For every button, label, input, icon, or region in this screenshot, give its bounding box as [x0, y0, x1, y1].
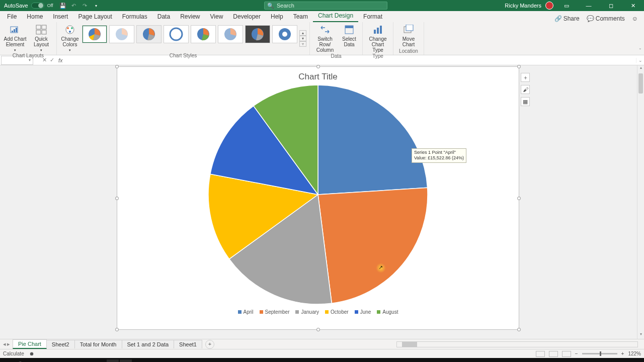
add-chart-element-button[interactable]: Add Chart Element ▾ [3, 23, 27, 52]
chart-title[interactable]: Chart Title [117, 67, 519, 82]
sheet-tab-set-1-and-2[interactable]: Set 1 and 2 Data [122, 340, 175, 348]
pie-chart[interactable] [207, 84, 429, 305]
sheet-tab-sheet1[interactable]: Sheet1 [174, 340, 202, 348]
select-data-button[interactable]: Select Data [339, 23, 359, 53]
task-view-icon[interactable]: ⧉ [28, 359, 40, 362]
resize-handle[interactable] [316, 65, 320, 68]
autosave-toggle[interactable] [31, 3, 44, 9]
style-gallery-scroll[interactable]: ▴▾▿ [299, 25, 306, 52]
resize-handle[interactable] [517, 197, 521, 200]
sheet-tab-total-for-month[interactable]: Total for Month [74, 340, 122, 348]
chart-style-8[interactable] [272, 25, 297, 43]
legend-item[interactable]: October [325, 309, 349, 315]
resize-handle[interactable] [115, 65, 119, 68]
taskbar-chrome-icon[interactable]: ◉ [80, 359, 93, 362]
switch-row-column-button[interactable]: Switch Row/ Column [313, 23, 337, 53]
quick-layout-button[interactable]: Quick Layout ▾ [29, 23, 53, 52]
taskbar-folder-icon[interactable]: 🗂 [67, 359, 79, 362]
worksheet-area[interactable]: ＋ 🖌 ▦ Chart Title AprilSeptemberJanuaryO… [0, 65, 644, 339]
chart-style-1[interactable] [82, 25, 107, 43]
zoom-out-button[interactable]: − [575, 351, 578, 356]
minimize-icon[interactable]: — [580, 0, 598, 11]
new-sheet-button[interactable]: + [205, 340, 214, 349]
qat-customize-icon[interactable]: ▾ [92, 1, 101, 10]
taskbar-store-icon[interactable]: 🛍 [41, 359, 53, 362]
sheet-nav-next-icon[interactable]: ▸ [7, 341, 10, 347]
tab-view[interactable]: View [205, 12, 228, 22]
chart-style-7[interactable] [245, 25, 270, 43]
expand-formula-bar-icon[interactable]: ⌄ [636, 58, 644, 63]
sheet-tab-pie-chart[interactable]: Pie Chart [13, 339, 47, 349]
chart-style-2[interactable] [109, 25, 134, 43]
chart-style-3[interactable] [136, 25, 162, 43]
vertical-scrollbar[interactable]: ▴ ▾ [637, 65, 644, 339]
tab-formulas[interactable]: Formulas [117, 12, 152, 22]
tab-help[interactable]: Help [266, 12, 288, 22]
legend-item[interactable]: January [295, 309, 319, 315]
legend-item[interactable]: September [260, 309, 290, 315]
user-avatar-icon[interactable] [545, 2, 553, 10]
undo-icon[interactable]: ↶ [69, 1, 78, 10]
taskbar-app-icon[interactable]: ▦ [107, 359, 119, 362]
legend-item[interactable]: August [377, 309, 398, 315]
resize-handle[interactable] [115, 328, 119, 331]
feedback-icon[interactable]: ☺ [632, 15, 638, 22]
share-button[interactable]: 🔗 Share [554, 15, 580, 22]
taskbar-explorer-icon[interactable]: 📁 [54, 359, 66, 362]
tab-format[interactable]: Format [358, 12, 387, 22]
macro-record-icon[interactable]: ⏺ [29, 351, 34, 356]
resize-handle[interactable] [316, 328, 320, 331]
start-button[interactable]: ⊞ [2, 359, 14, 362]
sheet-nav-prev-icon[interactable]: ◂ [3, 341, 6, 347]
change-colors-button[interactable]: Change Colors ▾ [60, 23, 80, 52]
select-data-icon [343, 24, 356, 35]
sheet-tab-sheet2[interactable]: Sheet2 [46, 340, 75, 348]
page-layout-view-button[interactable] [549, 351, 558, 357]
close-icon[interactable]: ✕ [624, 0, 642, 11]
tab-page-layout[interactable]: Page Layout [73, 12, 117, 22]
horizontal-scrollbar[interactable] [396, 341, 638, 347]
tab-review[interactable]: Review [175, 12, 205, 22]
ribbon-display-icon[interactable]: ▭ [557, 0, 576, 11]
tab-insert[interactable]: Insert [48, 12, 73, 22]
zoom-in-button[interactable]: + [621, 351, 624, 356]
resize-handle[interactable] [115, 197, 119, 200]
user-name[interactable]: Ricky Manders [505, 3, 541, 9]
taskbar-excel-icon[interactable]: X [120, 359, 132, 362]
page-break-view-button[interactable] [562, 351, 571, 357]
pie-slice-september[interactable] [318, 188, 428, 303]
collapse-ribbon-icon[interactable]: ˇ [639, 48, 641, 54]
chart-legend[interactable]: AprilSeptemberJanuaryOctoberJuneAugust [117, 309, 519, 315]
chart-styles-button[interactable]: 🖌 [521, 85, 530, 94]
change-chart-type-button[interactable]: Change Chart Type [366, 23, 390, 53]
chart-style-5[interactable] [191, 25, 216, 43]
legend-item[interactable]: April [238, 309, 254, 315]
move-chart-button[interactable]: Move Chart [396, 23, 421, 48]
resize-handle[interactable] [517, 328, 521, 331]
tab-file[interactable]: File [2, 12, 22, 22]
legend-item[interactable]: June [355, 309, 371, 315]
normal-view-button[interactable] [536, 351, 545, 357]
tab-developer[interactable]: Developer [228, 12, 266, 22]
zoom-slider[interactable] [582, 353, 617, 354]
chart-filters-button[interactable]: ▦ [521, 97, 530, 106]
pie-slice-april[interactable] [318, 85, 428, 195]
chart-elements-button[interactable]: ＋ [521, 73, 530, 82]
maximize-icon[interactable]: ◻ [602, 0, 620, 11]
chart-object[interactable]: ＋ 🖌 ▦ Chart Title AprilSeptemberJanuaryO… [117, 66, 519, 330]
tab-data[interactable]: Data [152, 12, 175, 22]
tab-team[interactable]: Team [288, 12, 313, 22]
taskbar-search-icon[interactable]: 🔍 [15, 359, 27, 362]
taskbar-app2-icon[interactable]: ▣ [133, 359, 145, 362]
taskbar-edge-icon[interactable]: e [94, 359, 106, 362]
chart-style-4[interactable] [164, 25, 189, 43]
tab-home[interactable]: Home [22, 12, 48, 22]
tab-chart-design[interactable]: Chart Design [313, 11, 358, 22]
chart-style-6[interactable] [218, 25, 243, 43]
zoom-level[interactable]: 122% [628, 351, 641, 356]
resize-handle[interactable] [517, 65, 521, 68]
redo-icon[interactable]: ↷ [80, 1, 90, 10]
search-box[interactable]: 🔍 Search [264, 2, 387, 10]
comments-button[interactable]: 💬 Comments [587, 15, 625, 22]
save-icon[interactable]: 💾 [58, 1, 67, 10]
